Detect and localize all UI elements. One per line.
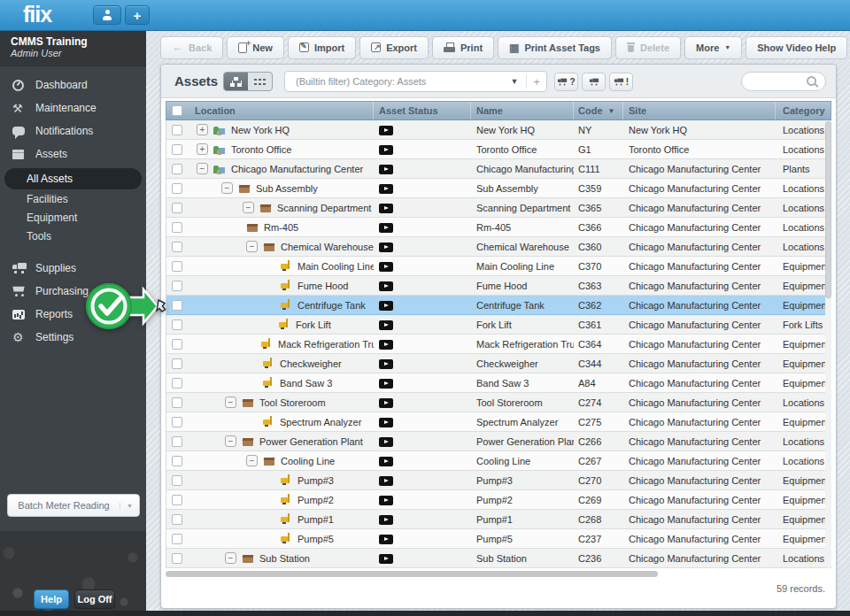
sidebar-item-supplies[interactable]: Supplies [0, 257, 146, 280]
show-video-help-button[interactable]: Show Video Help [746, 36, 847, 59]
table-row[interactable]: Fork Lift Fork Lift C361 Chicago Manufac… [166, 315, 831, 335]
row-checkbox[interactable] [172, 534, 182, 544]
tree-expander[interactable]: − [225, 552, 236, 564]
table-row[interactable]: Mack Refrigeration Truck Mack Refrigerat… [166, 335, 831, 354]
asset-status-online-icon[interactable] [379, 184, 393, 194]
tree-expander[interactable]: − [246, 241, 258, 252]
asset-status-online-icon[interactable] [379, 281, 393, 291]
row-checkbox[interactable] [172, 183, 182, 194]
tree-expander[interactable]: − [243, 202, 254, 213]
asset-status-online-icon[interactable] [379, 340, 393, 350]
row-checkbox[interactable] [172, 397, 182, 408]
row-checkbox[interactable] [172, 417, 182, 427]
sidebar-item-equipment[interactable]: Equipment [0, 209, 146, 227]
table-row[interactable]: Checkweigher Checkweigher C344 Chicago M… [166, 354, 831, 373]
table-row[interactable]: − Sub Station Sub Station C236 Chicago M… [166, 549, 831, 568]
filter-dropdown[interactable]: (Builtin filter) Category: Assets [284, 71, 547, 92]
table-row[interactable]: Pump#3 Pump#3 C270 Chicago Manufacturing… [166, 471, 831, 490]
table-row[interactable]: − Chicago Manufacturing Center Chicago M… [166, 159, 831, 179]
back-button[interactable]: Back [160, 36, 223, 59]
move-asset-alert-button[interactable]: ! [609, 73, 633, 91]
table-row[interactable]: Rm-405 Rm-405 C366 Chicago Manufacturing… [166, 218, 831, 237]
row-checkbox[interactable] [172, 553, 182, 564]
asset-status-online-icon[interactable] [379, 126, 393, 135]
row-checkbox[interactable] [172, 495, 182, 505]
table-row[interactable]: − Cooling Line Cooling Line C267 Chicago… [166, 451, 831, 471]
row-checkbox[interactable] [172, 436, 182, 447]
table-row[interactable]: Main Cooling Line Main Cooling Line C370… [166, 257, 831, 276]
asset-status-online-icon[interactable] [379, 379, 393, 389]
import-button[interactable]: Import [288, 36, 356, 59]
horizontal-scrollbar-thumb[interactable] [166, 571, 658, 577]
table-row[interactable]: Pump#2 Pump#2 C269 Chicago Manufacturing… [166, 490, 831, 510]
search-icon[interactable] [806, 75, 818, 88]
table-row[interactable]: − Power Generation Plant Power Generatio… [166, 432, 831, 451]
table-row[interactable]: Band Saw 3 Band Saw 3 A84 Chicago Manufa… [166, 373, 831, 393]
tree-expander[interactable]: − [197, 163, 208, 174]
tree-expander[interactable]: + [197, 143, 208, 155]
column-header-category[interactable]: Category [776, 102, 831, 119]
asset-status-online-icon[interactable] [379, 320, 393, 330]
row-checkbox[interactable] [172, 125, 182, 135]
tree-expander[interactable]: − [225, 435, 236, 447]
tree-view-button[interactable] [224, 73, 248, 90]
list-view-button[interactable] [248, 73, 272, 90]
move-asset-question-button[interactable]: ? [554, 73, 578, 91]
row-checkbox[interactable] [172, 456, 182, 466]
tree-expander[interactable]: − [246, 455, 258, 466]
asset-status-online-icon[interactable] [379, 554, 393, 564]
add-filter-button[interactable] [527, 75, 546, 89]
export-button[interactable]: Export [359, 36, 429, 59]
row-checkbox[interactable] [172, 378, 182, 389]
asset-status-online-icon[interactable] [379, 204, 393, 213]
table-row[interactable]: Fume Hood Fume Hood C363 Chicago Manufac… [166, 276, 831, 296]
sidebar-item-facilities[interactable]: Facilities [0, 190, 146, 209]
table-row[interactable]: + Toronto Office Toronto Office G1 Toron… [166, 140, 831, 159]
table-row[interactable]: − Scanning Department Scanning Departmen… [166, 198, 831, 218]
asset-status-online-icon[interactable] [379, 496, 393, 505]
column-header-asset-status[interactable]: Asset Status [374, 102, 471, 119]
asset-status-online-icon[interactable] [379, 223, 393, 233]
sidebar-item-dashboard[interactable]: Dashboard [0, 73, 146, 96]
move-asset-button[interactable] [582, 73, 606, 91]
asset-status-online-icon[interactable] [379, 515, 393, 525]
asset-status-online-icon[interactable] [379, 476, 393, 486]
asset-status-online-icon[interactable] [379, 301, 393, 311]
row-checkbox[interactable] [172, 144, 182, 155]
tree-expander[interactable]: + [197, 124, 208, 135]
row-checkbox[interactable] [172, 339, 182, 350]
row-checkbox[interactable] [172, 261, 182, 272]
column-header-name[interactable]: Name [471, 102, 574, 119]
tree-expander[interactable]: − [221, 182, 233, 194]
print-asset-tags-button[interactable]: Print Asset Tags [498, 36, 612, 59]
user-menu-button[interactable] [93, 5, 121, 25]
table-row[interactable]: − Sub Assembly Sub Assembly C359 Chicago… [166, 179, 831, 198]
new-button[interactable]: New [227, 36, 284, 59]
row-checkbox[interactable] [172, 475, 182, 486]
row-checkbox[interactable] [172, 281, 182, 291]
sidebar-item-maintenance[interactable]: Maintenance [0, 96, 146, 119]
tree-expander[interactable]: − [225, 397, 236, 408]
vertical-scrollbar-thumb[interactable] [825, 121, 831, 298]
row-checkbox[interactable] [172, 358, 182, 369]
sidebar-item-all-assets[interactable]: All Assets [4, 168, 142, 189]
row-checkbox[interactable] [172, 242, 182, 252]
row-checkbox[interactable] [172, 300, 182, 311]
sidebar-item-assets[interactable]: Assets [0, 142, 146, 166]
asset-status-online-icon[interactable] [379, 457, 393, 466]
table-row[interactable]: Pump#1 Pump#1 C268 Chicago Manufacturing… [166, 510, 831, 529]
table-row[interactable]: − Tool Storeroom Tool Storeroom C274 Chi… [166, 393, 831, 412]
batch-meter-reading-button[interactable]: Batch Meter Reading [7, 494, 140, 517]
print-button[interactable]: Print [432, 36, 494, 59]
column-header-location[interactable]: Location [188, 102, 374, 119]
vertical-scrollbar[interactable] [825, 120, 831, 568]
column-header-code[interactable]: Code [574, 102, 623, 119]
sidebar-item-tools[interactable]: Tools [0, 227, 146, 246]
row-checkbox[interactable] [172, 164, 182, 174]
asset-status-online-icon[interactable] [379, 359, 393, 369]
sidebar-item-notifications[interactable]: Notifications [0, 119, 146, 142]
table-row[interactable]: Centrifuge Tank Centrifuge Tank C362 Chi… [166, 296, 831, 315]
asset-status-online-icon[interactable] [379, 243, 393, 252]
search-input[interactable] [742, 75, 806, 88]
more-button[interactable]: More [684, 36, 742, 59]
